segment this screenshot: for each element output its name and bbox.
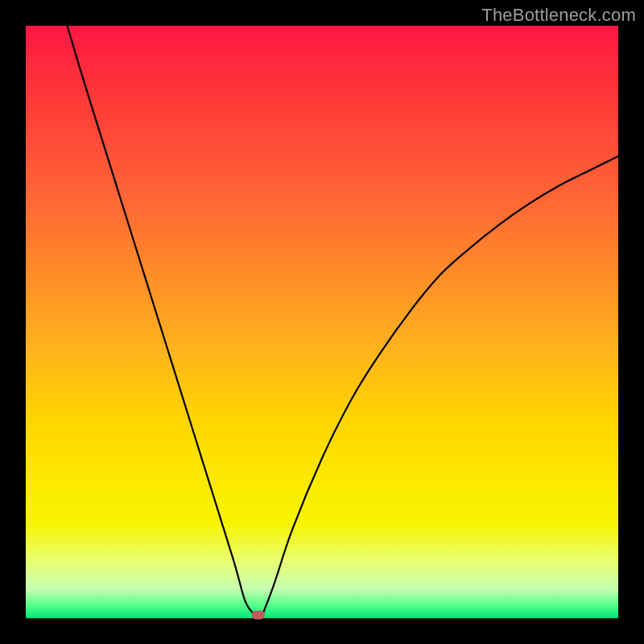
bottleneck-curve	[26, 26, 618, 618]
watermark-text: TheBottleneck.com	[481, 5, 636, 26]
curve-left-branch	[68, 26, 254, 614]
plot-area	[26, 26, 618, 618]
curve-right-branch	[262, 156, 618, 614]
chart-frame: TheBottleneck.com	[0, 0, 644, 644]
optimal-point-marker	[252, 611, 265, 620]
